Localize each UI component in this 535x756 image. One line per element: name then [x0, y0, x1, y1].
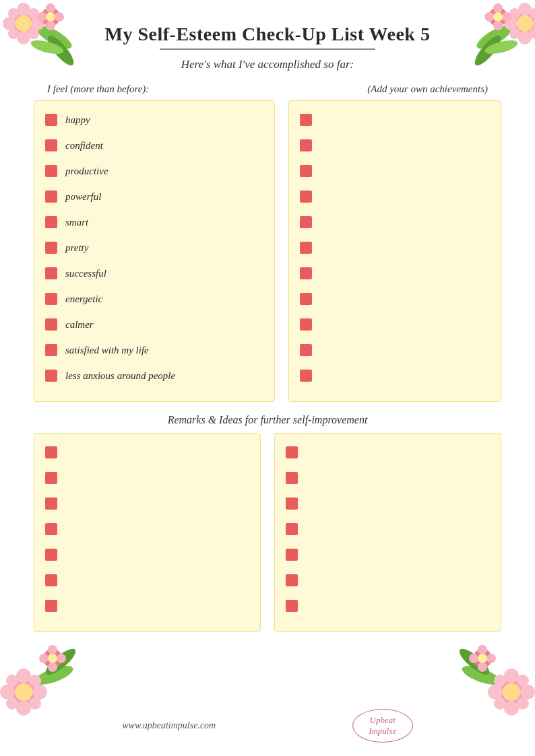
checkbox-r3[interactable] [300, 165, 312, 177]
svg-point-43 [0, 685, 15, 699]
footer: www.upbeatimpulse.com Upbeat Impulse [0, 709, 535, 743]
list-item [45, 469, 249, 487]
svg-point-18 [46, 12, 55, 22]
item-less-anxious: less anxious around people [65, 370, 175, 382]
list-item [300, 162, 490, 180]
list-item: smart [45, 213, 263, 232]
checkbox-rl4[interactable] [45, 523, 57, 535]
checkbox-rl2[interactable] [45, 472, 57, 484]
corner-decoration-bl [0, 638, 88, 719]
svg-point-41 [16, 668, 31, 683]
list-item [300, 136, 490, 155]
svg-point-54 [57, 654, 66, 663]
checkbox-energetic[interactable] [45, 293, 57, 305]
item-pretty: pretty [65, 242, 88, 254]
svg-point-16 [37, 12, 46, 22]
list-item: confident [45, 136, 263, 155]
svg-point-49 [15, 683, 32, 701]
svg-point-71 [469, 654, 478, 663]
svg-point-63 [494, 675, 506, 687]
footer-url: www.upbeatimpulse.com [122, 720, 216, 731]
list-item [286, 571, 490, 590]
svg-point-27 [509, 8, 520, 19]
checkbox-r11[interactable] [300, 370, 312, 382]
checkbox-r9[interactable] [300, 318, 312, 331]
columns-header: I feel (more than before): (Add your own… [27, 83, 508, 95]
checkbox-rr1[interactable] [286, 446, 298, 458]
footer-brand: Upbeat Impulse [352, 709, 413, 743]
svg-point-51 [48, 645, 57, 654]
list-item [286, 520, 490, 539]
checkbox-r8[interactable] [300, 293, 312, 305]
item-successful: successful [65, 268, 106, 279]
checkbox-confident[interactable] [45, 139, 57, 151]
list-item: successful [45, 264, 263, 283]
corner-decoration-br [447, 638, 535, 719]
list-item [300, 238, 490, 257]
checkbox-r5[interactable] [300, 216, 312, 228]
checkbox-happy[interactable] [45, 114, 57, 126]
right-col-header: (Add your own achievements) [367, 83, 488, 95]
svg-point-23 [518, 3, 532, 16]
svg-point-6 [3, 17, 16, 30]
svg-point-10 [8, 28, 19, 39]
checkbox-rl5[interactable] [45, 549, 57, 561]
checkbox-rr3[interactable] [286, 497, 298, 510]
item-energetic: energetic [65, 294, 102, 305]
svg-point-35 [484, 12, 494, 22]
checkbox-rr6[interactable] [286, 574, 298, 586]
svg-point-62 [520, 685, 535, 699]
checkbox-r7[interactable] [300, 267, 312, 279]
checkbox-rl1[interactable] [45, 446, 57, 458]
list-item [286, 494, 490, 513]
checkbox-pretty[interactable] [45, 242, 57, 254]
svg-point-44 [32, 685, 47, 699]
svg-point-8 [8, 8, 19, 19]
checkbox-rl6[interactable] [45, 574, 57, 586]
remarks-section: Remarks & Ideas for further self-improve… [27, 414, 508, 426]
list-item [286, 443, 490, 462]
svg-point-28 [530, 8, 535, 19]
list-item: less anxious around people [45, 366, 263, 385]
svg-point-37 [493, 12, 503, 22]
checkbox-satisfied[interactable] [45, 344, 57, 356]
checkbox-powerful[interactable] [45, 191, 57, 203]
svg-point-53 [39, 654, 49, 663]
checkbox-rr7[interactable] [286, 600, 298, 612]
checkbox-r2[interactable] [300, 139, 312, 151]
checkbox-rr4[interactable] [286, 523, 298, 535]
checkbox-rr5[interactable] [286, 549, 298, 561]
checkbox-rl3[interactable] [45, 497, 57, 510]
svg-point-31 [517, 15, 533, 32]
svg-point-4 [17, 3, 30, 16]
list-item: happy [45, 110, 263, 129]
checkbox-r1[interactable] [300, 114, 312, 126]
checkbox-calmer[interactable] [45, 318, 57, 331]
main-lists-section: happy confident productive powerful smar… [27, 100, 508, 402]
svg-point-26 [532, 17, 535, 30]
subtitle: Here's what I've accomplished so far: [27, 58, 508, 71]
list-item [300, 315, 490, 334]
list-item [300, 264, 490, 283]
item-happy: happy [65, 114, 90, 126]
svg-point-73 [478, 654, 487, 663]
checkbox-less-anxious[interactable] [45, 370, 57, 382]
svg-point-48 [29, 697, 41, 710]
list-item [45, 494, 249, 513]
header: My Self-Esteem Check-Up List Week 5 Here… [27, 24, 508, 71]
svg-point-29 [509, 28, 520, 39]
item-calmer: calmer [65, 319, 94, 331]
checkbox-r4[interactable] [300, 191, 312, 203]
checkbox-r10[interactable] [300, 344, 312, 356]
checkbox-smart[interactable] [45, 216, 57, 228]
list-item [45, 545, 249, 564]
svg-point-64 [517, 675, 529, 687]
checkbox-r6[interactable] [300, 242, 312, 254]
list-item: energetic [45, 289, 263, 308]
remarks-title: Remarks & Ideas for further self-improve… [27, 414, 508, 426]
checkbox-successful[interactable] [45, 267, 57, 279]
checkbox-rl7[interactable] [45, 600, 57, 612]
checkbox-productive[interactable] [45, 165, 57, 177]
remarks-boxes [27, 433, 508, 632]
checkbox-rr2[interactable] [286, 472, 298, 484]
